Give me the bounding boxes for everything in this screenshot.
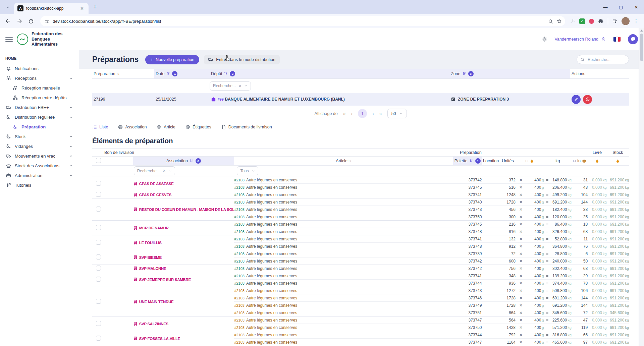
wand-extension-icon[interactable] (570, 18, 575, 24)
forward-button[interactable] (15, 16, 24, 26)
search-input[interactable] (587, 57, 625, 62)
association-link[interactable]: SVP SALZINNES (139, 322, 168, 326)
sidebar-item-stock[interactable]: Stock (0, 132, 79, 141)
col-article[interactable]: Article↑↓ (234, 157, 453, 166)
sidebar-item-reception-entre-depots[interactable]: Réception entre dépôts (0, 93, 79, 103)
article-code[interactable]: #2103 (234, 252, 245, 256)
back-button[interactable] (3, 16, 13, 26)
association-link[interactable]: CPAS DE GESVES (139, 193, 172, 197)
check-extension-icon[interactable]: ✓ (579, 18, 585, 24)
last-page-button[interactable]: » (379, 111, 382, 116)
association-link[interactable]: SVP MALONNE (139, 267, 166, 271)
sidebar-item-distribution-fse[interactable]: Distribution FSE+ (0, 103, 79, 112)
article-code[interactable]: #2103 (234, 267, 245, 271)
article-code[interactable]: #2103 (234, 215, 245, 219)
col-palette[interactable]: Palette1 (453, 157, 482, 166)
new-preparation-button[interactable]: + Nouvelle préparation (145, 55, 199, 64)
sidebar-item-reception-manuelle[interactable]: Réception manuelle (0, 83, 79, 93)
association-filter-select[interactable]: Recherche... ✕ (134, 166, 175, 175)
association-link[interactable]: UNE MAIN TENDUE (139, 300, 174, 304)
article-code[interactable]: #2103 (234, 318, 245, 322)
window-close-button[interactable]: ✕ (629, 5, 644, 10)
article-code[interactable]: #2103 (234, 208, 245, 212)
row-checkbox[interactable] (96, 225, 101, 230)
sidebar-item-stock-des-associations[interactable]: Stock des Associations (0, 161, 79, 171)
article-code[interactable]: #2103 (234, 237, 245, 241)
browser-menu-icon[interactable]: ⋮ (634, 18, 639, 24)
tab-article[interactable]: Article (157, 125, 175, 129)
row-checkbox[interactable] (96, 254, 101, 260)
select-all-checkbox[interactable] (96, 158, 101, 163)
col-preparation[interactable]: Préparation↑↓ (92, 69, 154, 78)
row-checkbox[interactable] (96, 336, 101, 341)
extensions-puzzle-icon[interactable] (598, 18, 604, 24)
page-scrollbar[interactable] (639, 28, 644, 346)
row-checkbox[interactable] (96, 266, 101, 271)
article-code[interactable]: #2103 (234, 200, 245, 204)
edit-button[interactable] (572, 95, 581, 104)
sidebar-item-distribution-reguliere[interactable]: Distribution régulière (0, 112, 79, 122)
current-page[interactable]: 1 (358, 109, 367, 118)
row-checkbox[interactable] (96, 181, 101, 186)
page-size-select[interactable]: 50 (387, 109, 407, 118)
hamburger-menu-icon[interactable] (5, 36, 13, 43)
article-code[interactable]: #2103 (234, 244, 245, 248)
bookmark-star-icon[interactable] (556, 18, 562, 24)
appearance-button[interactable] (628, 34, 638, 44)
article-code[interactable]: #2103 (234, 333, 245, 337)
col-zone[interactable]: Zone3 (449, 69, 570, 78)
row-checkbox[interactable] (96, 299, 101, 304)
article-code[interactable]: #2103 (234, 259, 245, 263)
col-date[interactable]: Date1 (154, 69, 210, 78)
zoom-icon[interactable] (548, 19, 553, 24)
address-bar[interactable]: dev.stock.foodbanksit.be/stock/app/fr-BE… (40, 16, 565, 26)
tab-etiquettes[interactable]: Étiquettes (185, 125, 211, 129)
article-code[interactable]: #2103 (234, 311, 245, 315)
tab-documents-de-livraison[interactable]: Documents de livraison (221, 125, 272, 129)
clear-filter-icon[interactable]: ✕ (238, 84, 241, 88)
scrollbar-thumb[interactable] (640, 34, 643, 61)
scroll-up-arrow[interactable] (640, 30, 643, 32)
sidebar-item-preparation[interactable]: Préparation (0, 122, 79, 132)
row-checkbox[interactable] (96, 192, 101, 197)
global-search[interactable] (577, 55, 629, 64)
sidebar-item-vidanges[interactable]: Vidanges (0, 141, 79, 151)
sidebar-item-tutoriels[interactable]: Tutoriels (0, 180, 79, 190)
article-code[interactable]: #2103 (234, 222, 245, 226)
article-code[interactable]: #2103 (234, 193, 245, 197)
article-code[interactable]: #2103 (234, 274, 245, 278)
row-checkbox[interactable] (96, 207, 101, 212)
article-code[interactable]: #2103 (234, 185, 245, 189)
url-text[interactable]: dev.stock.foodbanksit.be/stock/app/fr-BE… (53, 19, 545, 24)
window-restore-button[interactable]: ▢ (613, 5, 629, 10)
tab-close-icon[interactable]: ✕ (79, 5, 85, 12)
first-page-button[interactable]: « (343, 111, 346, 116)
association-link[interactable]: MCR DE NAMUR (139, 226, 169, 230)
site-settings-icon[interactable] (44, 19, 49, 24)
association-link[interactable]: CPAS DE ASSESSE (139, 182, 174, 186)
next-page-button[interactable]: › (372, 111, 374, 116)
sidebar-item-receptions[interactable]: Réceptions (0, 73, 79, 83)
association-link[interactable]: LE FOUILLIS (139, 241, 162, 245)
sidebar-item-administration[interactable]: Administration (0, 171, 79, 180)
association-link[interactable]: SVP FOSSES-LA-VILLE (139, 337, 180, 341)
tab-association[interactable]: Association (118, 125, 147, 129)
sidebar-item-notifications[interactable]: Notifications (0, 64, 79, 73)
reload-button[interactable] (26, 16, 36, 26)
row-checkbox[interactable] (96, 321, 101, 326)
article-code[interactable]: #2103 (234, 281, 245, 285)
user-menu[interactable]: Vandermeersch Roland (555, 37, 606, 42)
depot-filter-select[interactable]: Recherche... ✕ (210, 81, 251, 91)
article-code[interactable]: #2103 (234, 303, 245, 307)
cancel-button[interactable] (583, 95, 592, 104)
article-code[interactable]: #2103 (234, 326, 245, 330)
profile-avatar[interactable] (622, 17, 630, 25)
row-checkbox[interactable] (96, 240, 101, 245)
article-code[interactable]: #2103 (234, 340, 245, 344)
preparation-row[interactable]: 27199 25/11/2025 #99 BANQUE ALIMENTAIRE … (92, 93, 629, 106)
distribution-mode-button[interactable]: Entrer dans le mode distribution (204, 55, 279, 64)
sidebar-item-mouvements-en-vrac[interactable]: Mouvements en vrac (0, 151, 79, 161)
association-link[interactable]: RESTOS DU COEUR DE NAMUR - MAISON DE LA … (139, 208, 234, 212)
prev-page-button[interactable]: ‹ (351, 111, 353, 116)
association-link[interactable]: SVP JEMEPPE SUR SAMBRE (139, 278, 191, 282)
